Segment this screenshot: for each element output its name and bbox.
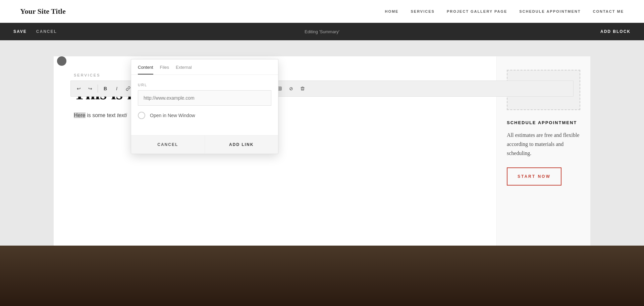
- bottom-image-section: [0, 246, 644, 306]
- link-dialog-body: URL Open in New Window: [131, 75, 278, 135]
- link-tab-external[interactable]: External: [176, 65, 192, 74]
- link-add-button[interactable]: ADD LINK: [205, 136, 278, 154]
- editing-label: Editing 'Summary': [305, 29, 339, 34]
- add-block-button[interactable]: ADD BLOCK: [597, 27, 634, 36]
- nav-item-schedule[interactable]: SCHEDULE APPOINTMENT: [519, 9, 581, 13]
- bottom-image-bg: [0, 246, 644, 306]
- open-new-window-checkbox[interactable]: [138, 112, 145, 119]
- link-dialog-tabs: Content Files External: [131, 59, 278, 75]
- nav-item-gallery[interactable]: PROJECT GALLERY PAGE: [447, 9, 507, 13]
- editor-save-button[interactable]: SAVE: [10, 27, 30, 36]
- svg-rect-18: [278, 87, 282, 91]
- link-tab-content[interactable]: Content: [138, 65, 153, 74]
- nav-item-home[interactable]: HOME: [385, 9, 398, 13]
- sidebar-heading: SCHEDULE APPOINTMENT: [507, 120, 580, 125]
- undo-button[interactable]: ↩: [73, 83, 84, 94]
- body-text: is some text: [87, 112, 115, 118]
- sidebar-text: All estimates are free and flexible acco…: [507, 131, 580, 158]
- toolbar-divider-1: [98, 85, 98, 93]
- editor-cancel-button[interactable]: CANCEL: [33, 27, 60, 36]
- start-now-button[interactable]: START NOW: [507, 167, 561, 186]
- nav-item-contact[interactable]: CONTACT ME: [593, 9, 624, 13]
- highlighted-text: Here: [74, 112, 86, 118]
- site-nav: HOME SERVICES PROJECT GALLERY PAGE SCHED…: [385, 9, 624, 13]
- nav-item-services[interactable]: SERVICES: [411, 9, 434, 13]
- site-top-bar: Your Site Title HOME SERVICES PROJECT GA…: [0, 0, 644, 23]
- site-title: Your Site Title: [20, 7, 66, 16]
- link-cancel-button[interactable]: CANCEL: [131, 136, 205, 154]
- open-new-window-row: Open in New Window: [138, 112, 271, 119]
- remove-format-button[interactable]: ⊘: [286, 83, 297, 94]
- link-tab-files[interactable]: Files: [160, 65, 169, 74]
- url-input[interactable]: [138, 90, 271, 106]
- url-field-label: URL: [138, 83, 271, 87]
- italic-button[interactable]: I: [111, 83, 122, 94]
- editor-toolbar: SAVE CANCEL Editing 'Summary' ADD BLOCK: [0, 23, 644, 40]
- italic-text: texti: [117, 112, 127, 118]
- link-dialog: Content Files External URL Open in New W…: [131, 59, 278, 154]
- editor-toolbar-left: SAVE CANCEL: [10, 27, 60, 36]
- delete-button[interactable]: [297, 83, 308, 94]
- redo-button[interactable]: ↪: [85, 83, 96, 94]
- open-new-window-label: Open in New Window: [150, 113, 195, 118]
- bold-button[interactable]: B: [100, 83, 111, 94]
- drag-handle[interactable]: [57, 56, 66, 66]
- link-dialog-footer: CANCEL ADD LINK: [131, 135, 278, 154]
